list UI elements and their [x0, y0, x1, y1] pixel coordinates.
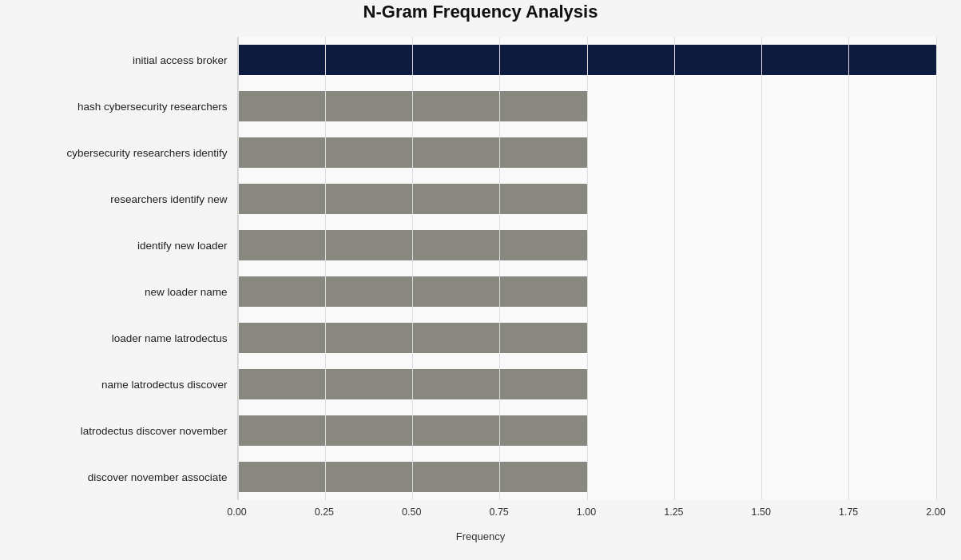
y-label: discover november associate: [26, 454, 237, 500]
bar: [238, 415, 587, 446]
x-tick: 0.25: [315, 506, 334, 518]
bar-row: [238, 176, 936, 222]
bar: [238, 184, 587, 214]
bar-row: [238, 361, 936, 407]
chart-title: N-Gram Frequency Analysis: [26, 2, 936, 22]
y-label: initial access broker: [26, 37, 237, 83]
x-tick: 0.50: [402, 506, 421, 518]
bar: [238, 323, 587, 353]
y-labels: initial access brokerhash cybersecurity …: [26, 37, 237, 500]
chart-area: initial access brokerhash cybersecurity …: [26, 37, 936, 542]
bar-row: [238, 83, 936, 129]
bars-section: initial access brokerhash cybersecurity …: [26, 37, 936, 500]
x-tick: 1.00: [577, 506, 596, 518]
x-axis-label: Frequency: [26, 530, 936, 542]
bar-row: [238, 222, 936, 268]
x-ticks: 0.000.250.500.751.001.251.501.752.00: [237, 505, 936, 529]
y-label: researchers identify new: [26, 176, 237, 222]
bar-row: [238, 315, 936, 361]
bar: [238, 45, 936, 75]
x-tick: 1.25: [664, 506, 683, 518]
bar-row: [238, 268, 936, 315]
y-label: latrodectus discover november: [26, 407, 237, 454]
bar: [238, 230, 587, 260]
x-tick: 2.00: [926, 506, 945, 518]
bar: [238, 137, 587, 168]
y-label: new loader name: [26, 268, 237, 315]
x-tick: 1.50: [752, 506, 771, 518]
bar-row: [238, 407, 936, 454]
bar: [238, 462, 587, 492]
plot-area: [237, 37, 936, 500]
x-tick: 0.00: [227, 506, 246, 518]
x-tick: 0.75: [489, 506, 508, 518]
chart-container: N-Gram Frequency Analysis initial access…: [10, 0, 952, 560]
x-axis: 0.000.250.500.751.001.251.501.752.00: [26, 505, 936, 529]
grid-line: [936, 37, 937, 500]
y-label: name latrodectus discover: [26, 361, 237, 407]
y-label: identify new loader: [26, 222, 237, 268]
y-label: cybersecurity researchers identify: [26, 129, 237, 176]
y-label: loader name latrodectus: [26, 315, 237, 361]
bar: [238, 276, 587, 307]
y-label: hash cybersecurity researchers: [26, 83, 237, 129]
bar: [238, 369, 587, 399]
bar-row: [238, 129, 936, 176]
bar: [238, 91, 587, 121]
bar-row: [238, 454, 936, 500]
bar-row: [238, 37, 936, 83]
x-tick: 1.75: [839, 506, 858, 518]
